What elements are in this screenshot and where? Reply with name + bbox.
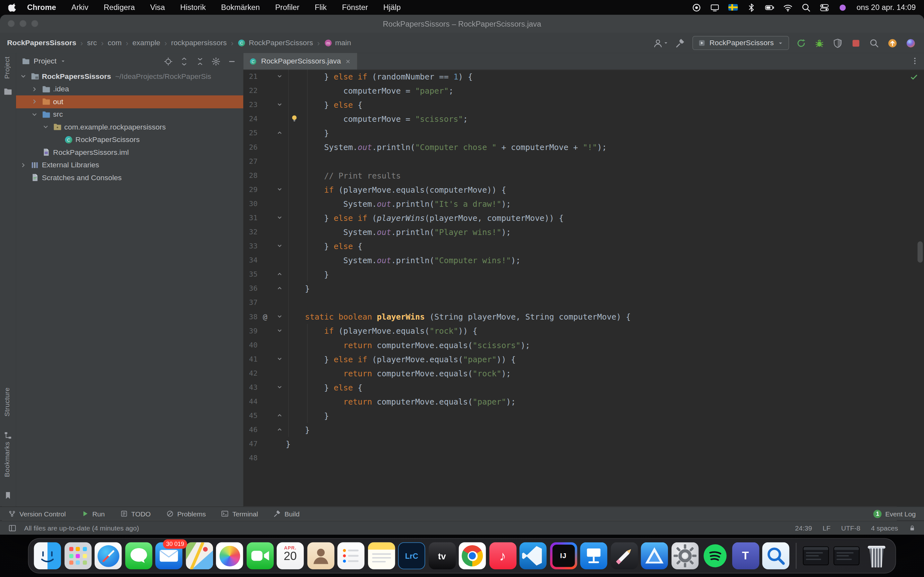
code-line-28[interactable]: 28 // Print results <box>244 168 924 182</box>
dock-item-intellij[interactable]: IJ <box>550 542 577 569</box>
menu-item-historik[interactable]: Historik <box>180 3 206 12</box>
editor-tab-rockpaperscissors-java[interactable]: C RockPaperScissors.java <box>244 53 357 69</box>
debug-button[interactable] <box>813 36 825 50</box>
dock-item-triangle[interactable] <box>641 542 668 569</box>
code-line-33[interactable]: 33 } else { <box>244 239 924 253</box>
event-log-button[interactable]: 1 Event Log <box>873 510 916 518</box>
fold-up-icon[interactable] <box>276 426 284 434</box>
status-utf-8[interactable]: UTF-8 <box>841 524 861 532</box>
line-number-26[interactable]: 26 <box>244 140 258 154</box>
code-line-35[interactable]: 35 } <box>244 268 924 282</box>
menu-item-visa[interactable]: Visa <box>150 3 165 12</box>
line-number-31[interactable]: 31 <box>244 211 258 225</box>
dock-item-keynote[interactable] <box>580 542 607 569</box>
tree-item-rockpaperssissors-iml[interactable]: RockPapersSissors.iml <box>16 146 244 159</box>
line-number-44[interactable]: 44 <box>244 395 258 409</box>
code-line-30[interactable]: 30 System.out.println("It's a draw!"); <box>244 197 924 211</box>
line-number-22[interactable]: 22 <box>244 84 258 98</box>
wifi-icon[interactable] <box>783 3 792 12</box>
code-line-29[interactable]: 29 if (playerMove.equals(computerMove)) … <box>244 182 924 197</box>
line-number-23[interactable]: 23 <box>244 98 258 112</box>
menu-app-name[interactable]: Chrome <box>27 3 56 12</box>
search-button[interactable] <box>867 36 880 50</box>
tree-item-rockpaperssissors[interactable]: RockPapersSissors~/IdeaProjects/RockPape… <box>16 70 244 83</box>
fold-down-icon[interactable] <box>276 327 284 334</box>
menu-item-f-nster[interactable]: Fönster <box>342 3 368 12</box>
dock-item-pencil[interactable] <box>611 542 638 569</box>
dock-item-music[interactable]: ♪ <box>489 542 516 569</box>
breadcrumb-item-rockpaperssissors[interactable]: RockPapersSissors <box>7 39 76 47</box>
code-line-37[interactable]: 37 <box>244 295 924 309</box>
dock-item-contacts[interactable] <box>307 542 334 569</box>
dock-item-photos[interactable] <box>216 542 243 569</box>
tree-item-src[interactable]: src <box>16 108 244 121</box>
zoom-button[interactable] <box>31 20 38 27</box>
minimize-button[interactable] <box>19 20 27 27</box>
line-number-24[interactable]: 24 <box>244 112 258 126</box>
toolbar-tab-todo[interactable]: TODO <box>120 510 151 518</box>
dock-item-calendar[interactable]: APR.20 <box>276 542 304 569</box>
fold-up-icon[interactable] <box>276 412 284 419</box>
code-line-46[interactable]: 46 } <box>244 423 924 437</box>
line-number-46[interactable]: 46 <box>244 423 258 437</box>
line-number-45[interactable]: 45 <box>244 409 258 423</box>
dock-item-settings[interactable] <box>671 542 698 569</box>
line-number-33[interactable]: 33 <box>244 239 258 253</box>
dock-item-finder[interactable] <box>34 542 61 569</box>
code-line-23[interactable]: 23 } else { <box>244 98 924 112</box>
lock-icon[interactable] <box>909 524 916 532</box>
dock-item-appletv[interactable]: tv <box>428 542 455 569</box>
line-number-29[interactable]: 29 <box>244 182 258 197</box>
line-number-28[interactable]: 28 <box>244 168 258 182</box>
fold-down-icon[interactable] <box>276 313 284 320</box>
chevron-down-icon[interactable] <box>19 73 27 80</box>
status-circle-icon[interactable] <box>691 3 701 12</box>
breadcrumb-item-main[interactable]: mmain <box>324 39 351 47</box>
dock-item-trash[interactable] <box>863 542 890 569</box>
fold-down-icon[interactable] <box>276 355 284 363</box>
breadcrumb-item-src[interactable]: src <box>87 39 97 47</box>
dock-item-maps[interactable] <box>186 542 213 569</box>
line-number-39[interactable]: 39 <box>244 324 258 338</box>
fold-up-icon[interactable] <box>276 129 284 137</box>
menu-item-profiler[interactable]: Profiler <box>275 3 300 12</box>
project-tool-icon[interactable] <box>3 87 13 96</box>
fold-down-icon[interactable] <box>276 242 284 250</box>
fold-up-icon[interactable] <box>276 284 284 292</box>
close-tab-icon[interactable] <box>345 58 351 64</box>
dock-item-minimized-window-1[interactable] <box>803 542 829 569</box>
fold-down-icon[interactable] <box>276 214 284 221</box>
purple-dot-icon[interactable] <box>838 3 847 12</box>
line-number-48[interactable]: 48 <box>244 451 258 465</box>
stop-button[interactable] <box>849 36 862 50</box>
dock-item-magnifier[interactable] <box>762 542 789 569</box>
fold-down-icon[interactable] <box>276 101 284 108</box>
chevron-right-icon[interactable] <box>19 161 27 169</box>
toolbar-tab-problems[interactable]: Problems <box>166 510 206 518</box>
code-line-38[interactable]: 38@ static boolean playerWins (String pl… <box>244 309 924 324</box>
menu-item-hj-lp[interactable]: Hjälp <box>383 3 401 12</box>
dock-item-mail[interactable]: 30 019 <box>155 542 182 569</box>
code-line-41[interactable]: 41 } else if (playerMove.equals("paper")… <box>244 352 924 366</box>
spotlight-icon[interactable] <box>801 3 811 12</box>
code-line-22[interactable]: 22 computerMove = "paper"; <box>244 84 924 98</box>
user-menu-button[interactable] <box>653 36 669 50</box>
tree-item-out[interactable]: out <box>16 95 244 108</box>
code-line-48[interactable]: 48 <box>244 451 924 465</box>
line-number-25[interactable]: 25 <box>244 126 258 140</box>
sphere-button[interactable] <box>904 36 917 50</box>
line-number-34[interactable]: 34 <box>244 253 258 268</box>
status-24-39[interactable]: 24:39 <box>795 524 812 532</box>
battery-icon[interactable] <box>764 3 774 12</box>
dock-item-facetime[interactable] <box>246 542 273 569</box>
code-line-47[interactable]: 47} <box>244 437 924 451</box>
coverage-button[interactable] <box>831 36 844 50</box>
code-line-43[interactable]: 43 } else { <box>244 380 924 395</box>
run-config-selector[interactable]: RockPaperScissors <box>692 36 789 50</box>
toolbar-tab-version-control[interactable]: Version Control <box>8 510 66 518</box>
inspections-ok-icon[interactable] <box>910 73 918 81</box>
dock-item-vscode[interactable] <box>519 542 546 569</box>
line-number-36[interactable]: 36 <box>244 282 258 295</box>
dock-item-chrome[interactable] <box>459 542 486 569</box>
code-line-24[interactable]: 24 computerMove = "scissors"; <box>244 112 924 126</box>
